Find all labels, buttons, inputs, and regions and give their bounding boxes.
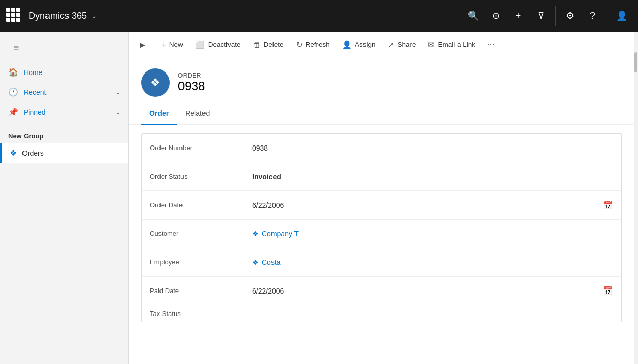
orders-icon: ❖ [10,148,17,158]
employee-label: Employee [150,258,252,266]
sidebar-menu-button[interactable]: ≡ [8,40,25,56]
customer-link-text[interactable]: Company T [262,230,299,238]
order-number-value: 0938 [252,144,613,152]
field-customer: Customer ❖ Company T [142,220,621,248]
tabs-bar: Order Related [129,105,634,125]
recent-chevron-icon: ⌄ [115,89,120,96]
command-bar: ▶ + New ⬜ Deactivate 🗑 Delete ↻ Refresh … [129,32,634,58]
scrollbar[interactable] [634,32,638,364]
field-tax-status: Tax Status [142,305,621,322]
record-entity-type: ORDER [178,72,205,79]
order-number-label: Order Number [150,144,252,152]
nav-back-button[interactable]: ▶ [133,36,151,54]
assign-label: Assign [355,41,376,48]
help-icon[interactable]: ? [582,6,603,26]
pinned-icon: 📌 [8,107,18,117]
new-button[interactable]: + New [155,36,189,54]
tax-status-label: Tax Status [150,310,252,318]
sidebar: ≡ 🏠 Home 🕐 Recent ⌄ 📌 Pinned ⌄ New Group… [0,32,129,364]
more-options-button[interactable]: ··· [483,37,499,53]
order-date-label: Order Date [150,201,252,209]
share-button[interactable]: ↗ Share [381,36,422,54]
add-icon[interactable]: + [508,6,529,26]
sidebar-item-home-label: Home [24,68,42,77]
tab-related[interactable]: Related [177,105,218,125]
paid-date-label: Paid Date [150,287,252,295]
user-profile-icon[interactable]: 👤 [611,6,632,26]
assign-icon: 👤 [342,40,352,50]
sidebar-item-pinned-label: Pinned [24,108,46,116]
sidebar-item-recent-label: Recent [24,88,46,96]
share-label: Share [397,41,416,48]
app-title: Dynamics 365 [29,11,87,21]
employee-icon: ❖ [252,258,259,266]
refresh-label: Refresh [306,41,330,48]
recent-icon: 🕐 [8,87,18,97]
field-order-number: Order Number 0938 [142,134,621,162]
refresh-button[interactable]: ↻ Refresh [290,36,336,54]
email-link-button[interactable]: ✉ Email a Link [422,36,482,54]
record-title: 0938 [178,79,205,93]
order-status-value: Invoiced [252,173,613,181]
scrollbar-thumb[interactable] [634,52,637,72]
nav-separator [555,6,556,26]
refresh-icon: ↻ [296,40,303,50]
nav-separator-2 [607,6,607,26]
paid-date-calendar-icon[interactable]: 📅 [603,286,613,296]
field-paid-date: Paid Date 6/22/2006 📅 [142,277,621,305]
home-icon: 🏠 [8,67,18,77]
app-grid-icon[interactable] [6,8,22,24]
sidebar-nav: 🏠 Home 🕐 Recent ⌄ 📌 Pinned ⌄ [0,60,128,124]
field-employee: Employee ❖ Costa [142,248,621,277]
field-order-status: Order Status Invoiced [142,162,621,191]
app-title-chevron[interactable]: ⌄ [91,12,97,20]
top-navigation: Dynamics 365 ⌄ 🔍 ⊙ + ⊽ ⚙ ? 👤 [0,0,638,32]
new-label: New [169,41,183,48]
deactivate-label: Deactivate [208,41,241,48]
top-nav-icons: 🔍 ⊙ + ⊽ ⚙ ? 👤 [463,6,632,26]
sidebar-item-pinned[interactable]: 📌 Pinned ⌄ [0,102,128,122]
sidebar-header: ≡ [0,32,128,60]
form-area: Order Number 0938 Order Status Invoiced … [129,125,634,364]
delete-button[interactable]: 🗑 Delete [247,36,290,54]
settings-icon[interactable]: ⚙ [560,6,580,26]
paid-date-value: 6/22/2006 [252,287,603,295]
new-icon: + [162,40,166,49]
sidebar-group-label: New Group [0,124,128,143]
delete-label: Delete [264,41,284,48]
employee-value[interactable]: ❖ Costa [252,258,613,266]
customer-label: Customer [150,230,252,237]
main-layout: ≡ 🏠 Home 🕐 Recent ⌄ 📌 Pinned ⌄ New Group… [0,32,638,364]
content-area: ▶ + New ⬜ Deactivate 🗑 Delete ↻ Refresh … [129,32,634,364]
avatar: ❖ [141,68,170,97]
record-title-block: ORDER 0938 [178,72,205,93]
avatar-icon: ❖ [150,76,161,89]
sidebar-item-home[interactable]: 🏠 Home [0,62,128,82]
recent-apps-icon[interactable]: ⊙ [486,6,506,26]
sidebar-item-orders[interactable]: ❖ Orders [0,143,128,163]
record-header: ❖ ORDER 0938 [129,58,634,105]
deactivate-icon: ⬜ [195,40,205,50]
search-icon[interactable]: 🔍 [463,6,484,26]
pinned-chevron-icon: ⌄ [115,109,120,116]
order-date-value: 6/22/2006 [252,201,603,209]
order-status-label: Order Status [150,173,252,180]
employee-link-text[interactable]: Costa [262,258,281,266]
order-date-calendar-icon[interactable]: 📅 [603,200,613,210]
deactivate-button[interactable]: ⬜ Deactivate [189,36,247,54]
share-icon: ↗ [388,40,394,50]
sidebar-item-orders-label: Orders [22,149,44,157]
field-order-date: Order Date 6/22/2006 📅 [142,191,621,220]
delete-icon: 🗑 [253,40,261,49]
customer-icon: ❖ [252,230,259,238]
tab-order[interactable]: Order [141,105,177,125]
filter-icon[interactable]: ⊽ [531,6,551,26]
customer-value[interactable]: ❖ Company T [252,230,613,238]
sidebar-item-recent[interactable]: 🕐 Recent ⌄ [0,82,128,102]
form-card: Order Number 0938 Order Status Invoiced … [141,133,622,322]
email-link-label: Email a Link [438,41,475,48]
assign-button[interactable]: 👤 Assign [336,36,382,54]
email-icon: ✉ [428,40,435,50]
